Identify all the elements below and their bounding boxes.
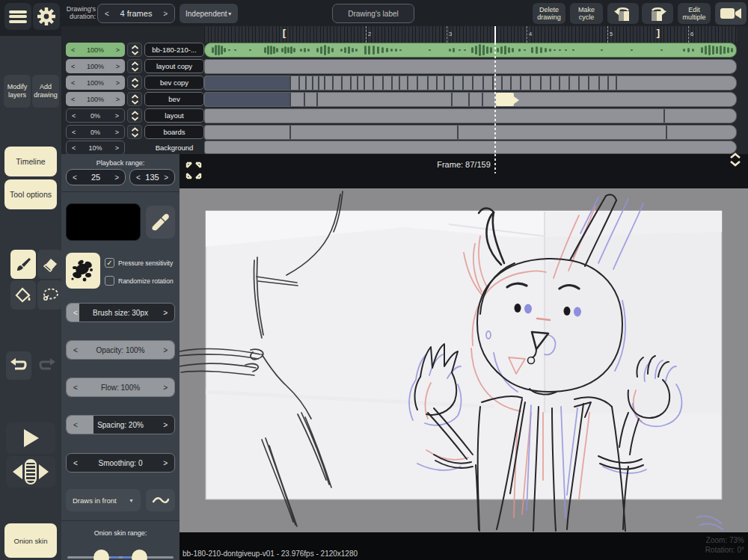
playback-end-increase[interactable]: >: [164, 173, 168, 182]
opacity-increase[interactable]: >: [115, 129, 119, 136]
randomize-rotation-checkbox[interactable]: [105, 276, 114, 286]
camera-button[interactable]: [715, 2, 747, 25]
opacity-increase[interactable]: >: [115, 144, 119, 152]
tool-options-tab-button[interactable]: Tool options: [4, 179, 57, 209]
pressure-sensitivity-checkbox[interactable]: ✓: [105, 258, 114, 268]
opacity-increase[interactable]: >: [116, 63, 120, 70]
onion-range-track[interactable]: [67, 556, 174, 559]
layer-name-4[interactable]: layout: [144, 108, 204, 123]
brush-size-slider[interactable]: <> Brush size: 30px: [66, 303, 175, 322]
layer-opacity-stepper[interactable]: <100%>: [66, 43, 125, 57]
layer-name-3[interactable]: bev: [144, 92, 204, 106]
layer-name-5[interactable]: boards: [144, 125, 204, 139]
layer-reorder-control[interactable]: [127, 125, 142, 139]
layer-reorder-control[interactable]: [127, 92, 142, 106]
layer-name-6[interactable]: Background: [144, 141, 204, 155]
redo-button[interactable]: [34, 351, 60, 380]
flip-back-button[interactable]: [607, 3, 639, 24]
playback-out-bracket[interactable]: ]: [657, 27, 660, 38]
playback-in-bracket[interactable]: [: [283, 27, 286, 38]
layer-opacity-stepper[interactable]: <100%>: [66, 92, 125, 106]
onion-skin-button[interactable]: Onion skin: [4, 523, 57, 558]
layer-opacity-stepper[interactable]: <100%>: [66, 59, 125, 73]
drawing-canvas[interactable]: [180, 188, 748, 532]
layer-opacity-stepper[interactable]: <10%>: [66, 141, 125, 155]
randomize-rotation-row[interactable]: Randomize rotation: [105, 276, 174, 286]
stroke-style-button[interactable]: [146, 489, 175, 511]
delete-drawing-button[interactable]: Delete drawing: [533, 3, 565, 24]
drawing-duration-stepper[interactable]: < 4 frames >: [97, 4, 175, 23]
layer-mode-dropdown[interactable]: Independent ▼: [180, 4, 238, 23]
layer-name-0[interactable]: bb-180-210-...: [144, 43, 204, 57]
opacity-decrease[interactable]: <: [71, 46, 75, 54]
layer-track-6[interactable]: [204, 141, 737, 154]
layer-track-0[interactable]: [204, 43, 737, 58]
draws-in-front-dropdown[interactable]: Draws in front ▼: [66, 489, 141, 511]
onion-range-handle-after[interactable]: [132, 550, 147, 560]
timeline-ruler[interactable]: 23456[]: [204, 26, 737, 43]
flip-forward-button[interactable]: [642, 3, 673, 24]
layer-reorder-control[interactable]: [127, 76, 142, 90]
modify-layers-button[interactable]: Modify layers: [4, 75, 31, 108]
brush-tip-preview[interactable]: [66, 253, 100, 289]
layer-opacity-stepper[interactable]: <0%>: [66, 125, 125, 139]
timeline-tab-button[interactable]: Timeline: [4, 147, 57, 176]
duration-increase[interactable]: >: [163, 10, 168, 18]
opacity-increase[interactable]: >: [116, 46, 120, 54]
duration-decrease[interactable]: <: [105, 10, 109, 18]
pressure-sensitivity-row[interactable]: ✓ Pressure sensitivity: [105, 258, 173, 268]
onion-range-handle-before[interactable]: [94, 550, 109, 560]
playback-end-decrease[interactable]: <: [136, 173, 141, 182]
make-cycle-button[interactable]: Make cycle: [570, 3, 603, 24]
opacity-decrease[interactable]: <: [71, 96, 75, 103]
opacity-increase[interactable]: >: [115, 112, 119, 120]
smoothing-slider[interactable]: <> Smoothing: 0: [66, 453, 175, 473]
edit-multiple-button[interactable]: Edit multiple: [678, 3, 711, 24]
spacing-slider[interactable]: <> Spacing: 20%: [66, 415, 175, 434]
layer-reorder-control[interactable]: [127, 108, 142, 123]
opacity-slider[interactable]: <> Opacity: 100%: [66, 340, 175, 360]
settings-button[interactable]: [33, 3, 60, 30]
timeline-collapse-button[interactable]: [725, 149, 746, 171]
opacity-decrease[interactable]: <: [71, 63, 75, 70]
layer-opacity-stepper[interactable]: <0%>: [66, 108, 125, 123]
frame-scrubber[interactable]: [6, 456, 55, 487]
flow-slider[interactable]: <> Flow: 100%: [66, 378, 175, 397]
layer-reorder-control[interactable]: [127, 59, 142, 73]
fullscreen-canvas-button[interactable]: [184, 160, 203, 181]
layer-track-3[interactable]: [204, 92, 737, 107]
playback-start-stepper[interactable]: < 25 >: [66, 169, 126, 185]
playback-start-decrease[interactable]: <: [73, 173, 77, 182]
eyedropper-button[interactable]: [146, 206, 175, 239]
playhead-line[interactable]: [494, 43, 496, 154]
lasso-tool-button[interactable]: [37, 280, 63, 310]
opacity-increase[interactable]: >: [116, 96, 120, 103]
opacity-increase[interactable]: >: [116, 79, 120, 87]
layer-track-4[interactable]: [204, 108, 737, 123]
layer-track-1[interactable]: [204, 59, 737, 74]
playback-end-stepper[interactable]: < 135 >: [129, 169, 175, 185]
layer-name-1[interactable]: layout copy: [144, 59, 204, 73]
scrub-handle[interactable]: [25, 459, 37, 484]
layer-track-5[interactable]: [204, 125, 737, 140]
brush-tool-button[interactable]: [10, 250, 36, 279]
playhead-marker[interactable]: [494, 26, 496, 43]
layer-reorder-control[interactable]: [127, 43, 142, 57]
menu-button[interactable]: [4, 3, 31, 30]
opacity-decrease[interactable]: <: [71, 79, 75, 87]
play-button[interactable]: [6, 422, 55, 454]
current-drawing-block[interactable]: [496, 93, 514, 106]
drawing-extend-handle[interactable]: [514, 96, 523, 104]
color-swatch[interactable]: [66, 203, 141, 241]
drawings-label-button[interactable]: Drawing's label: [332, 4, 414, 23]
layer-track-2[interactable]: [204, 76, 737, 90]
add-drawing-button[interactable]: Add drawing: [32, 75, 59, 108]
undo-button[interactable]: [6, 351, 31, 380]
eraser-tool-button[interactable]: [37, 250, 63, 279]
layer-opacity-stepper[interactable]: <100%>: [66, 76, 125, 90]
layer-name-2[interactable]: bev copy: [144, 76, 204, 90]
opacity-decrease[interactable]: <: [72, 129, 76, 136]
playback-start-increase[interactable]: >: [114, 173, 119, 182]
fill-tool-button[interactable]: [10, 280, 36, 310]
opacity-decrease[interactable]: <: [72, 112, 76, 120]
